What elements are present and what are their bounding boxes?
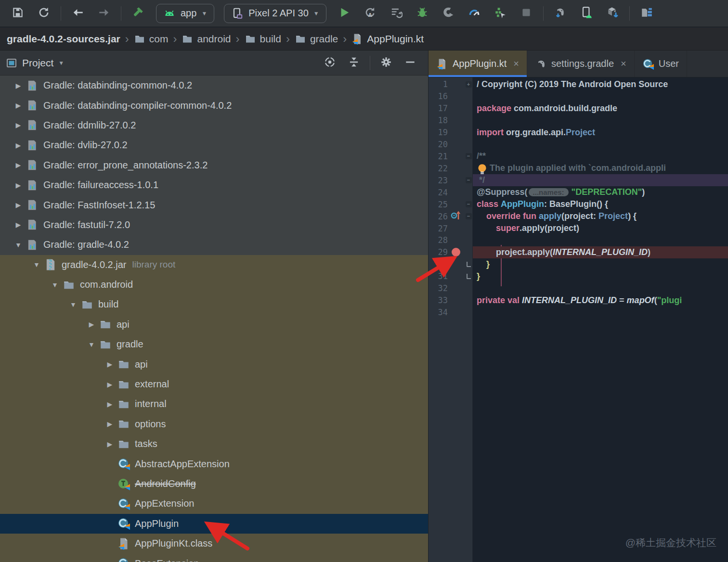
code-line-32[interactable]: 32 xyxy=(429,282,728,294)
expand-arrow-icon[interactable]: ▼ xyxy=(69,301,77,308)
expand-arrow-icon[interactable]: ▶ xyxy=(14,82,22,89)
fold-gutter[interactable]: − xyxy=(464,177,473,183)
code-line-1[interactable]: 1+/ Copyright (C) 2019 The Android Open … xyxy=(429,78,728,90)
code-line-28[interactable]: 28 xyxy=(429,234,728,246)
swap-lines-button[interactable] xyxy=(388,5,405,22)
apply-restart-button[interactable]: A xyxy=(362,5,379,22)
tree-item-appextension[interactable]: AppExtension xyxy=(0,494,428,513)
fold-expand-icon[interactable]: + xyxy=(466,81,472,88)
expand-arrow-icon[interactable]: ▶ xyxy=(106,440,114,448)
run-configuration-select[interactable]: app ▼ xyxy=(156,4,214,23)
fold-gutter[interactable] xyxy=(464,262,473,267)
tree-item-options[interactable]: ▶options xyxy=(0,414,428,434)
expand-arrow-icon[interactable]: ▶ xyxy=(106,381,114,388)
debug-button[interactable] xyxy=(414,5,431,22)
gradle-sync-button[interactable] xyxy=(552,5,569,22)
tree-item-abstractappextension[interactable]: AbstractAppExtension xyxy=(0,454,428,473)
breadcrumb-item[interactable]: AppPlugin.kt xyxy=(351,33,424,45)
overrides-method-icon[interactable] xyxy=(450,209,462,223)
fold-gutter[interactable]: − xyxy=(464,153,473,159)
run-button[interactable] xyxy=(336,5,353,22)
tab-settings.gradle[interactable]: settings.gradle× xyxy=(527,51,635,77)
tree-item-gradle-gradle-4.0.2[interactable]: ▼Gradle: gradle-4.0.2 xyxy=(0,235,428,255)
back-button[interactable] xyxy=(69,5,87,22)
tree-item-gradle-databinding-common-4.0.2[interactable]: ▶Gradle: databinding-common-4.0.2 xyxy=(0,76,428,95)
collapse-all-button[interactable] xyxy=(345,54,363,72)
expand-arrow-icon[interactable]: ▶ xyxy=(14,201,22,209)
expand-arrow-icon[interactable]: ▶ xyxy=(14,141,22,149)
tree-item-gradle-dvlib-27.0.2[interactable]: ▶Gradle: dvlib-27.0.2 xyxy=(0,135,428,155)
code-line-22[interactable]: 22 *The plugin applied with `com.android… xyxy=(429,162,728,174)
code-line-31[interactable]: 31} xyxy=(429,270,728,282)
tree-item-androidconfig[interactable]: AndroidConfig xyxy=(0,474,428,494)
code-line-19[interactable]: 19import org.gradle.api.Project xyxy=(429,127,728,139)
gutter-marker-area[interactable] xyxy=(448,248,464,256)
code-line-26[interactable]: 26− override fun apply(project: Project)… xyxy=(429,210,728,222)
profiler-button[interactable] xyxy=(466,5,483,22)
fold-collapse-icon[interactable]: − xyxy=(466,177,472,183)
expand-arrow-icon[interactable]: ▶ xyxy=(14,181,22,189)
close-icon[interactable]: × xyxy=(621,58,626,69)
breadcrumb-item[interactable]: build xyxy=(245,33,281,45)
save-button[interactable] xyxy=(9,5,26,22)
tree-item-external[interactable]: ▶external xyxy=(0,374,428,394)
fold-gutter[interactable]: − xyxy=(464,213,473,219)
attach-debug-button[interactable] xyxy=(440,5,457,22)
tree-item-appplugin[interactable]: AppPlugin xyxy=(0,514,428,534)
code-line-16[interactable]: 16 xyxy=(429,90,728,102)
intention-lightbulb-icon[interactable] xyxy=(476,163,489,174)
code-line-25[interactable]: 25−class AppPlugin: BasePlugin() { xyxy=(429,198,728,210)
tree-item-gradle-failureaccess-1.0.1[interactable]: ▶Gradle: failureaccess-1.0.1 xyxy=(0,175,428,195)
code-line-33[interactable]: 33private val INTERNAL_PLUGIN_ID = mapOf… xyxy=(429,294,728,307)
fold-end-icon[interactable] xyxy=(467,262,471,267)
tree-item-api[interactable]: ▶api xyxy=(0,315,428,334)
hammer-button[interactable] xyxy=(130,5,147,22)
code-line-30[interactable]: 30 } xyxy=(429,258,728,270)
expand-arrow-icon[interactable]: ▶ xyxy=(88,320,95,328)
code-editor[interactable]: 1+/ Copyright (C) 2019 The Android Open … xyxy=(429,77,728,562)
expand-arrow-icon[interactable]: ▼ xyxy=(51,281,59,289)
expand-arrow-icon[interactable]: ▶ xyxy=(14,102,22,109)
gear-button[interactable] xyxy=(377,54,395,72)
code-line-34[interactable]: 34 xyxy=(429,307,728,319)
breadcrumb-item[interactable]: com xyxy=(134,33,169,45)
gutter-marker-area[interactable] xyxy=(448,209,464,223)
tree-item-gradle-ddmlib-27.0.2[interactable]: ▶Gradle: ddmlib-27.0.2 xyxy=(0,115,428,135)
tree-item-gradle[interactable]: ▼gradle xyxy=(0,334,428,354)
fold-end-icon[interactable] xyxy=(467,274,471,279)
breadcrumb-item[interactable]: gradle-4.0.2-sources.jar xyxy=(7,33,120,45)
expand-arrow-icon[interactable]: ▶ xyxy=(106,360,114,368)
expand-arrow-icon[interactable]: ▶ xyxy=(106,400,114,408)
project-structure-button[interactable] xyxy=(638,5,655,22)
breadcrumb-item[interactable]: gradle xyxy=(295,33,338,45)
expand-arrow-icon[interactable]: ▼ xyxy=(88,341,95,348)
sync-button[interactable] xyxy=(35,5,52,22)
project-view-select[interactable]: Project ▼ xyxy=(6,57,64,69)
apply-code-button[interactable] xyxy=(492,5,509,22)
code-line-20[interactable]: 20 xyxy=(429,139,728,151)
target-button[interactable] xyxy=(321,54,338,72)
breakpoint-icon[interactable] xyxy=(452,248,460,256)
code-line-29[interactable]: 29 project.apply(INTERNAL_PLUGIN_ID) xyxy=(429,246,728,258)
tree-item-apppluginkt.class[interactable]: AppPluginKt.class xyxy=(0,534,428,553)
breadcrumb-item[interactable]: android xyxy=(182,33,231,45)
tree-item-internal[interactable]: ▶internal xyxy=(0,394,428,414)
device-manager-button[interactable] xyxy=(578,5,595,22)
stop-button[interactable] xyxy=(518,5,535,22)
code-line-23[interactable]: 23− */ xyxy=(429,174,728,186)
tree-item-baseextension[interactable]: BaseExtension xyxy=(0,553,428,562)
tree-item-tasks[interactable]: ▶tasks xyxy=(0,434,428,454)
fold-gutter[interactable]: − xyxy=(464,201,473,207)
fold-gutter[interactable] xyxy=(464,274,473,279)
expand-arrow-icon[interactable]: ▶ xyxy=(14,161,22,169)
tree-item-gradle-4.0.2.jar[interactable]: ▼gradle-4.0.2.jarlibrary root xyxy=(0,255,428,275)
expand-arrow-icon[interactable]: ▶ xyxy=(14,221,22,229)
expand-arrow-icon[interactable]: ▼ xyxy=(14,241,22,249)
fold-gutter[interactable]: + xyxy=(464,81,473,88)
tree-item-gradle-fastinfoset-1.2.15[interactable]: ▶Gradle: FastInfoset-1.2.15 xyxy=(0,195,428,215)
tree-item-gradle-fastutil-7.2.0[interactable]: ▶Gradle: fastutil-7.2.0 xyxy=(0,215,428,235)
forward-button[interactable] xyxy=(95,5,113,22)
fold-collapse-icon[interactable]: − xyxy=(466,213,472,219)
code-line-17[interactable]: 17package com.android.build.gradle xyxy=(429,102,728,115)
sdk-manager-button[interactable] xyxy=(604,5,621,22)
